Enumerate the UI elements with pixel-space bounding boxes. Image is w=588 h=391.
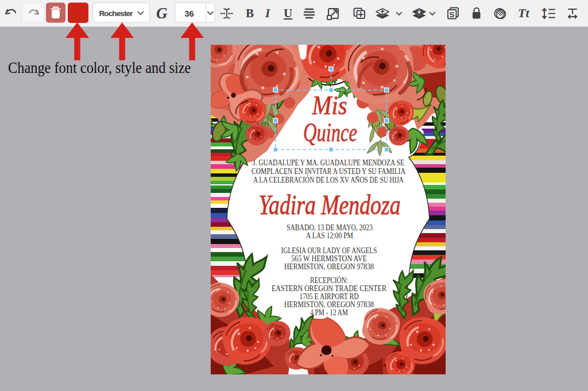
- svg-text:EASTERN OREGON TRADE CENTER: EASTERN OREGON TRADE CENTER: [272, 284, 387, 293]
- svg-text:J. GUADALUPE Y MA. GUADALUPE M: J. GUADALUPE Y MA. GUADALUPE MENDOZA SE: [253, 158, 404, 167]
- svg-text:Mis: Mis: [312, 90, 347, 120]
- svg-text:B: B: [246, 6, 254, 20]
- svg-text:HERMISTON, OREGON 97838: HERMISTON, OREGON 97838: [284, 262, 374, 271]
- svg-text:S: S: [449, 10, 454, 19]
- svg-text:G: G: [156, 5, 168, 22]
- svg-text:I: I: [265, 6, 270, 20]
- svg-text:RECEPCIÓN:: RECEPCIÓN:: [310, 276, 348, 285]
- svg-text:Quince: Quince: [303, 117, 357, 147]
- svg-text:36: 36: [184, 9, 194, 18]
- svg-text:HERMISTON, OREGON 97838: HERMISTON, OREGON 97838: [284, 300, 374, 309]
- svg-text:1705 E AIRPORT RD: 1705 E AIRPORT RD: [300, 292, 359, 301]
- svg-text:Yadira Mendoza: Yadira Mendoza: [259, 189, 401, 220]
- svg-text:COMPLACEN EN INVITAR A USTED Y: COMPLACEN EN INVITAR A USTED Y SU FAMILI…: [252, 167, 406, 176]
- svg-text:U: U: [284, 6, 292, 20]
- svg-text:A LA CELEBRACIÓN DE LOS XV AÑO: A LA CELEBRACIÓN DE LOS XV AÑOS DE SU HI…: [253, 175, 404, 184]
- svg-text:565 W HERMISTON AVE: 565 W HERMISTON AVE: [291, 254, 367, 263]
- svg-text:A LAS 12:00 PM: A LAS 12:00 PM: [306, 231, 353, 240]
- svg-text:Tt: Tt: [518, 6, 529, 20]
- svg-text:IGLESIA OUR LADY OF ANGELS: IGLESIA OUR LADY OF ANGELS: [281, 246, 377, 255]
- svg-text:4 PM - 12 AM: 4 PM - 12 AM: [310, 308, 348, 317]
- svg-text:Rochester: Rochester: [99, 9, 134, 18]
- svg-text:SABADO, 13 DE MAYO, 2023: SABADO, 13 DE MAYO, 2023: [287, 223, 373, 232]
